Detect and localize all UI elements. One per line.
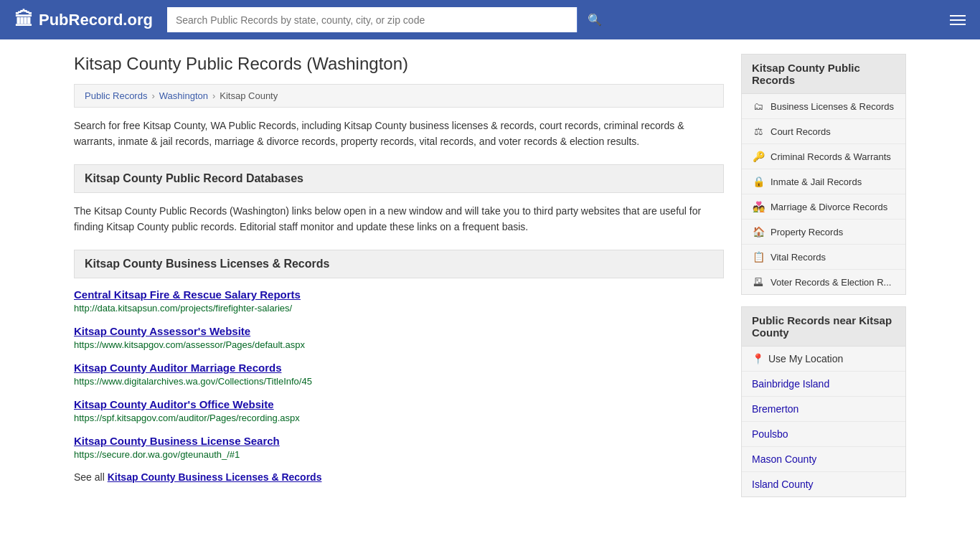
sidebar-item-label: Voter Records & Election R... bbox=[771, 277, 891, 288]
sidebar-item-4[interactable]: 💑 Marriage & Divorce Records bbox=[742, 194, 905, 220]
nearby-item-4[interactable]: Island County bbox=[742, 472, 905, 496]
record-entry: Kitsap County Auditor's Office Website h… bbox=[74, 398, 724, 423]
sidebar-item-label: Business Licenses & Records bbox=[771, 101, 894, 112]
sidebar-item-7[interactable]: 🗳 Voter Records & Election R... bbox=[742, 270, 905, 294]
sidebar-item-label: Court Records bbox=[771, 126, 831, 137]
sidebar-item-icon: 🏠 bbox=[752, 226, 765, 237]
record-title-link[interactable]: Kitsap County Auditor Marriage Records bbox=[74, 362, 724, 374]
sidebar-item-icon: 🔑 bbox=[752, 151, 765, 162]
record-entry: Kitsap County Auditor Marriage Records h… bbox=[74, 362, 724, 387]
nearby-item-3[interactable]: Mason County bbox=[742, 447, 905, 472]
see-all-link[interactable]: Kitsap County Business Licenses & Record… bbox=[108, 471, 322, 483]
sidebar-nearby-items: Bainbridge IslandBremertonPoulsboMason C… bbox=[742, 372, 905, 496]
site-logo[interactable]: 🏛 PubRecord.org bbox=[14, 9, 153, 31]
record-url-link[interactable]: http://data.kitsapsun.com/projects/firef… bbox=[74, 303, 292, 314]
sidebar-nearby-section: Public Records near Kitsap County 📍 Use … bbox=[741, 306, 906, 497]
sidebar-item-label: Vital Records bbox=[771, 252, 826, 263]
record-title-link[interactable]: Kitsap County Assessor's Website bbox=[74, 325, 724, 337]
db-section-header: Kitsap County Public Record Databases bbox=[74, 164, 724, 193]
record-entry: Kitsap County Business License Search ht… bbox=[74, 435, 724, 460]
sidebar-item-3[interactable]: 🔒 Inmate & Jail Records bbox=[742, 169, 905, 194]
breadcrumb-current: Kitsap County bbox=[220, 90, 278, 101]
sidebar-item-5[interactable]: 🏠 Property Records bbox=[742, 220, 905, 245]
sidebar-main-section: Kitsap County Public Records 🗂 Business … bbox=[741, 54, 906, 295]
sidebar-item-label: Marriage & Divorce Records bbox=[771, 202, 887, 212]
sidebar-main-items: 🗂 Business Licenses & Records ⚖ Court Re… bbox=[742, 94, 905, 294]
see-all-text: See all bbox=[74, 471, 105, 483]
page-title: Kitsap County Public Records (Washington… bbox=[74, 54, 724, 74]
use-location-text: Use My Location bbox=[768, 353, 843, 364]
see-all-section: See all Kitsap County Business Licenses … bbox=[74, 471, 724, 483]
sidebar-item-6[interactable]: 📋 Vital Records bbox=[742, 245, 905, 270]
record-title-link[interactable]: Kitsap County Business License Search bbox=[74, 435, 724, 447]
breadcrumb-washington[interactable]: Washington bbox=[159, 90, 208, 101]
record-entry: Central Kitsap Fire & Rescue Salary Repo… bbox=[74, 288, 724, 314]
sidebar-item-label: Property Records bbox=[771, 227, 843, 237]
logo-icon: 🏛 bbox=[14, 9, 33, 31]
record-url-link[interactable]: https://www.kitsapgov.com/assessor/Pages… bbox=[74, 339, 305, 350]
breadcrumb-public-records[interactable]: Public Records bbox=[85, 90, 147, 101]
sidebar-item-0[interactable]: 🗂 Business Licenses & Records bbox=[742, 94, 905, 119]
sidebar-item-2[interactable]: 🔑 Criminal Records & Warrants bbox=[742, 144, 905, 169]
use-location-item[interactable]: 📍 Use My Location bbox=[742, 347, 905, 372]
sidebar: Kitsap County Public Records 🗂 Business … bbox=[741, 54, 906, 509]
sidebar-item-label: Inmate & Jail Records bbox=[771, 176, 862, 187]
menu-button[interactable] bbox=[950, 15, 966, 25]
sidebar-item-icon: 📋 bbox=[752, 251, 765, 263]
sidebar-nearby-title: Public Records near Kitsap County bbox=[742, 307, 905, 347]
search-input[interactable] bbox=[167, 7, 577, 32]
sidebar-item-icon: ⚖ bbox=[752, 126, 765, 137]
record-entry: Kitsap County Assessor's Website https:/… bbox=[74, 325, 724, 350]
page-description: Search for free Kitsap County, WA Public… bbox=[74, 118, 724, 150]
sidebar-item-label: Criminal Records & Warrants bbox=[771, 151, 891, 162]
hamburger-icon bbox=[950, 15, 966, 25]
search-button[interactable]: 🔍 bbox=[577, 7, 612, 32]
record-url-link[interactable]: https://secure.dor.wa.gov/gteunauth_/#1 bbox=[74, 449, 240, 460]
nearby-item-2[interactable]: Poulsbo bbox=[742, 422, 905, 447]
logo-text: PubRecord.org bbox=[39, 11, 153, 29]
search-bar: 🔍 bbox=[167, 7, 612, 32]
sidebar-main-title: Kitsap County Public Records bbox=[742, 55, 905, 94]
sidebar-item-1[interactable]: ⚖ Court Records bbox=[742, 119, 905, 144]
record-title-link[interactable]: Kitsap County Auditor's Office Website bbox=[74, 398, 724, 410]
biz-section-header: Kitsap County Business Licenses & Record… bbox=[74, 250, 724, 278]
db-description: The Kitsap County Public Records (Washin… bbox=[74, 203, 724, 235]
breadcrumb-sep-1: › bbox=[151, 90, 154, 101]
record-title-link[interactable]: Central Kitsap Fire & Rescue Salary Repo… bbox=[74, 288, 724, 301]
breadcrumb: Public Records › Washington › Kitsap Cou… bbox=[74, 84, 724, 108]
breadcrumb-sep-2: › bbox=[212, 90, 215, 101]
location-icon: 📍 bbox=[752, 353, 764, 364]
nearby-item-0[interactable]: Bainbridge Island bbox=[742, 372, 905, 397]
sidebar-item-icon: 🗳 bbox=[752, 276, 765, 288]
sidebar-item-icon: 🗂 bbox=[752, 100, 765, 112]
nearby-item-1[interactable]: Bremerton bbox=[742, 397, 905, 422]
sidebar-item-icon: 🔒 bbox=[752, 176, 765, 187]
records-list: Central Kitsap Fire & Rescue Salary Repo… bbox=[74, 288, 724, 460]
record-url-link[interactable]: https://www.digitalarchives.wa.gov/Colle… bbox=[74, 376, 312, 387]
sidebar-item-icon: 💑 bbox=[752, 201, 765, 212]
record-url-link[interactable]: https://spf.kitsapgov.com/auditor/Pages/… bbox=[74, 413, 300, 423]
